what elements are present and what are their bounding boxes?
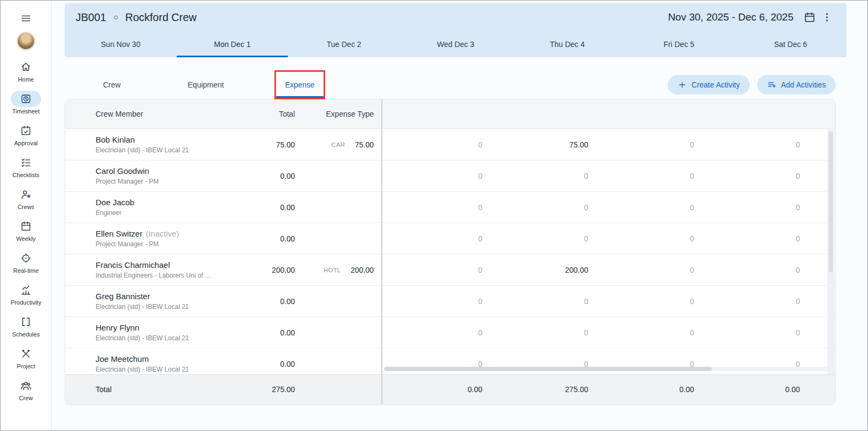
subtab-label: Equipment: [188, 80, 224, 89]
activity-expense-cell[interactable]: 0: [490, 297, 596, 306]
sidebar-item-schedules[interactable]: Schedules: [11, 314, 41, 338]
approval-icon: [20, 125, 32, 137]
crew-row-ellen-switzer: Ellen Switzer(Inactive) Project Manager …: [65, 223, 835, 254]
activity-expense-cell[interactable]: 0: [596, 328, 702, 337]
activity-expense-cell[interactable]: 0: [490, 172, 596, 180]
day-tab-mon-dec-1[interactable]: Mon Dec 1: [177, 31, 288, 57]
activity-expense-cell[interactable]: 0: [702, 266, 808, 274]
activity-expense-cell[interactable]: 0: [384, 266, 490, 274]
expense-type-cell[interactable]: HOTL 200.00: [295, 266, 381, 274]
expense-type-amount: 200.00: [351, 266, 374, 274]
day-tab-fri-dec-5[interactable]: Fri Dec 5: [623, 31, 735, 57]
add-activities-button[interactable]: Add Activities: [757, 75, 836, 95]
title-row: JB001 Rockford Crew Nov 30, 2025 - Dec 6…: [65, 3, 846, 31]
activity-expense-cell[interactable]: 0: [384, 234, 490, 243]
subtabs: Crew Equipment Expense: [65, 71, 347, 98]
activity-expense-cell[interactable]: 0: [596, 203, 702, 212]
sidebar-item-real-time[interactable]: Real-time: [11, 250, 41, 274]
plus-icon: [677, 80, 687, 90]
sidebar-item-project[interactable]: Project: [11, 346, 41, 369]
grand-total-value: 275.00: [244, 385, 295, 394]
day-tab-label: Wed Dec 3: [437, 40, 474, 49]
crew-member-cell: Bob Kinlan Electrician (std) - IBEW Loca…: [65, 135, 244, 154]
activity-expense-cell[interactable]: 0: [384, 297, 490, 306]
day-tab-tue-dec-2[interactable]: Tue Dec 2: [288, 31, 400, 57]
activity-expense-cell[interactable]: 0: [384, 172, 490, 180]
activity-expense-cell[interactable]: 0: [702, 203, 808, 212]
activity-expense-cell[interactable]: 0: [384, 203, 490, 212]
activity-expense-cell[interactable]: 0: [596, 172, 702, 180]
table-header-row: Crew Member Total Expense Type: [65, 99, 835, 129]
activity-expense-cell[interactable]: 0: [596, 234, 702, 243]
add-activities-label: Add Activities: [781, 80, 826, 89]
kebab-menu-button[interactable]: [818, 9, 836, 26]
tab-expense[interactable]: Expense: [253, 71, 347, 98]
activity-expense-cell[interactable]: 0: [702, 234, 808, 243]
sidebar-item-crew[interactable]: Crew: [11, 378, 41, 401]
day-tab-thu-dec-4[interactable]: Thu Dec 4: [512, 31, 623, 57]
activity-expense-cell[interactable]: 0: [702, 172, 808, 180]
sidebar-item-weekly[interactable]: Weekly: [11, 218, 41, 242]
activity-expense-cell[interactable]: 0: [596, 297, 702, 306]
sidebar-nav: Home Timesheet Approval Checklists Crews…: [1, 59, 51, 409]
productivity-icon: [20, 284, 32, 296]
sidebar-icon-pill: [11, 282, 41, 298]
tab-equipment[interactable]: Equipment: [159, 71, 253, 98]
activity-expense-cell[interactable]: 0: [702, 297, 808, 306]
crew-member-cell: Ellen Switzer(Inactive) Project Manager …: [65, 229, 244, 248]
total-label: Total: [65, 385, 244, 394]
horizontal-scrollbar[interactable]: [384, 367, 828, 371]
action-buttons: Create Activity Add Activities: [668, 75, 846, 95]
sidebar-icon-pill: [11, 186, 41, 203]
day-tab-label: Tue Dec 2: [327, 40, 361, 49]
sidebar: Home Timesheet Approval Checklists Crews…: [1, 1, 52, 430]
row-total: 0.00: [244, 328, 295, 337]
project-icon: [20, 348, 32, 360]
sidebar-item-home[interactable]: Home: [11, 59, 41, 83]
sidebar-item-approval[interactable]: Approval: [11, 123, 41, 146]
vertical-scrollbar-thumb[interactable]: [829, 132, 833, 272]
activity-expense-cell[interactable]: 0: [490, 234, 596, 243]
realtime-icon: [20, 252, 32, 264]
activity-expense-cell[interactable]: 0: [490, 203, 596, 212]
activity-expense-cell[interactable]: 0: [384, 140, 490, 149]
activity-expense-cell[interactable]: 0: [596, 266, 702, 274]
activity-values: 0000: [381, 286, 835, 316]
crews-icon: [20, 188, 32, 200]
activity-total-cell: 0.00: [596, 385, 702, 394]
crew-member-cell: Joe Meetchum Electrician (std) - IBEW Lo…: [65, 354, 244, 373]
sidebar-item-crews[interactable]: Crews: [11, 186, 41, 210]
table-body: Bob Kinlan Electrician (std) - IBEW Loca…: [65, 129, 835, 374]
day-tab-wed-dec-3[interactable]: Wed Dec 3: [400, 31, 512, 57]
activity-values: 0200.0000: [381, 254, 835, 285]
tab-crew[interactable]: Crew: [65, 71, 159, 98]
row-total: 200.00: [244, 266, 295, 274]
activity-expense-cell[interactable]: 0: [702, 140, 808, 149]
row-total: 0.00: [244, 172, 295, 180]
sidebar-item-checklists[interactable]: Checklists: [11, 154, 41, 178]
create-activity-button[interactable]: Create Activity: [668, 75, 749, 95]
activity-expense-cell[interactable]: 0: [596, 140, 702, 149]
avatar[interactable]: [17, 32, 35, 50]
expense-type-cell[interactable]: CAR 75.00: [295, 140, 381, 149]
expense-table: Crew Member Total Expense Type Bob Kinla…: [65, 99, 836, 405]
checklists-icon: [20, 157, 32, 169]
activity-expense-cell[interactable]: 75.00: [490, 140, 596, 149]
calendar-button[interactable]: [801, 9, 818, 26]
activity-expense-cell[interactable]: 0: [702, 328, 808, 337]
menu-button[interactable]: [20, 12, 32, 24]
playlist-add-icon: [767, 80, 777, 90]
activity-values: 0000: [381, 223, 835, 254]
activity-expense-cell[interactable]: 0: [490, 328, 596, 337]
horizontal-scrollbar-thumb[interactable]: [384, 367, 712, 371]
day-tab-sun-nov-30[interactable]: Sun Nov 30: [65, 31, 177, 57]
calendar-icon: [804, 11, 816, 23]
sidebar-item-timesheet[interactable]: Timesheet: [11, 91, 41, 115]
day-tab-sat-dec-6[interactable]: Sat Dec 6: [735, 31, 846, 57]
activity-expense-cell[interactable]: 200.00: [490, 266, 596, 274]
activity-expense-cell[interactable]: 0: [384, 328, 490, 337]
sidebar-item-productivity[interactable]: Productivity: [11, 282, 42, 306]
job-code: JB001: [76, 11, 106, 24]
sidebar-item-label: Productivity: [11, 299, 42, 306]
vertical-scrollbar[interactable]: [827, 130, 835, 374]
